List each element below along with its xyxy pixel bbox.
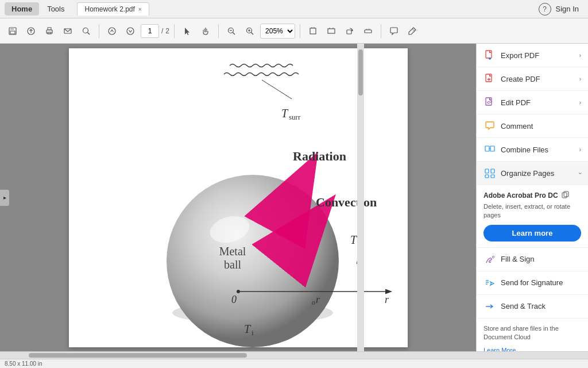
- tab-bar: Homework 2.pdf ×: [75, 2, 149, 16]
- export-pdf-icon: [483, 49, 496, 62]
- adobe-promo: Adobe Acrobat Pro DC Delete, insert, ext…: [477, 185, 588, 248]
- prev-page-button[interactable]: [104, 23, 120, 39]
- save-button[interactable]: [5, 23, 21, 39]
- tab-label: Homework 2.pdf: [84, 5, 134, 13]
- create-pdf-icon: [483, 72, 496, 85]
- organize-pages-item[interactable]: Organize Pages ›: [477, 162, 588, 185]
- measure-button[interactable]: [360, 23, 376, 39]
- left-panel-toggle[interactable]: ▸: [0, 190, 9, 206]
- help-button[interactable]: ?: [539, 3, 551, 16]
- rotate-icon: [345, 26, 354, 36]
- svg-text:Radiation: Radiation: [293, 149, 346, 163]
- page-total: 2: [165, 27, 169, 35]
- zoom-in-icon: [245, 26, 254, 36]
- comment-tool-button[interactable]: [386, 23, 402, 39]
- comment-label: Comment: [501, 122, 581, 131]
- fit-page-button[interactable]: [305, 23, 321, 39]
- svg-rect-1: [10, 28, 14, 30]
- svg-rect-67: [485, 175, 489, 178]
- promo-description: Delete, insert, extract, or rotate pages: [483, 202, 581, 220]
- svg-line-19: [252, 32, 254, 34]
- status-bar-container: 8.50 x 11.00 in: [0, 351, 588, 368]
- svg-rect-65: [485, 169, 489, 173]
- pen-icon: [408, 26, 417, 36]
- email-button[interactable]: [60, 23, 76, 39]
- edit-pdf-item[interactable]: Edit PDF ›: [477, 91, 588, 114]
- vertical-scrollbar[interactable]: [357, 44, 364, 351]
- up-arrow-icon: [107, 26, 117, 36]
- menu-tools[interactable]: Tools: [40, 2, 71, 16]
- zoom-in-button[interactable]: [242, 23, 258, 39]
- print-icon: [45, 26, 54, 36]
- print-button[interactable]: [41, 23, 57, 39]
- zoom-select[interactable]: 50%75%100%125%150%200%205%300%: [260, 24, 295, 39]
- search-icon: [82, 26, 91, 36]
- separator-3: [218, 24, 219, 38]
- footer-learn-more-link[interactable]: Learn More: [483, 347, 516, 351]
- pdf-tab[interactable]: Homework 2.pdf ×: [77, 2, 149, 16]
- main-area: ▸ T surr: [0, 44, 588, 351]
- send-for-signature-item[interactable]: Send for Signature: [477, 271, 588, 295]
- sign-in-button[interactable]: Sign In: [556, 5, 579, 13]
- svg-point-11: [127, 28, 134, 34]
- horizontal-scrollbar[interactable]: [0, 352, 588, 359]
- svg-text:ball: ball: [224, 258, 241, 271]
- export-pdf-item[interactable]: Export PDF ›: [477, 44, 588, 67]
- svg-text:i: i: [252, 328, 254, 337]
- toolbar: / 2 50%75%100%125%150%200%205%300%: [0, 18, 588, 44]
- svg-rect-59: [486, 51, 492, 58]
- email-icon: [63, 26, 72, 36]
- upload-icon: [26, 26, 36, 36]
- send-track-label: Send & Track: [501, 302, 581, 310]
- comment-icon: [389, 26, 399, 36]
- fill-sign-item[interactable]: Fill & Sign: [477, 248, 588, 271]
- combine-files-label: Combine Files: [501, 145, 575, 154]
- separator-5: [381, 24, 381, 38]
- menu-home[interactable]: Home: [5, 2, 39, 16]
- svg-point-38: [167, 175, 339, 347]
- question-icon: ?: [543, 5, 547, 13]
- svg-rect-66: [491, 169, 494, 173]
- send-track-item[interactable]: Send & Track: [477, 295, 588, 319]
- edit-pdf-label: Edit PDF: [501, 98, 575, 107]
- svg-rect-62: [485, 146, 489, 151]
- scroll-thumb: [358, 49, 363, 95]
- svg-marker-12: [185, 28, 189, 35]
- svg-text:Metal: Metal: [219, 245, 246, 258]
- export-pdf-chevron: ›: [579, 52, 581, 59]
- page-input[interactable]: [141, 24, 159, 38]
- next-page-button[interactable]: [122, 23, 138, 39]
- scrollbar-thumb-h: [29, 353, 247, 358]
- promo-title: Adobe Acrobat Pro DC: [483, 191, 558, 200]
- send-for-signature-label: Send for Signature: [501, 278, 581, 287]
- svg-text:T: T: [281, 107, 289, 120]
- fit-page-icon: [308, 26, 318, 36]
- fit-width-button[interactable]: [323, 23, 339, 39]
- pen-button[interactable]: [404, 23, 420, 39]
- organize-pages-chevron: ›: [577, 172, 583, 174]
- svg-rect-28: [365, 30, 372, 33]
- search-button[interactable]: [78, 23, 94, 39]
- comment-item[interactable]: Comment: [477, 114, 588, 138]
- pan-tool-button[interactable]: [198, 23, 214, 39]
- edit-pdf-icon: [483, 96, 496, 109]
- select-tool-button[interactable]: [179, 23, 195, 39]
- svg-rect-2: [10, 31, 15, 34]
- zoom-out-button[interactable]: [223, 23, 239, 39]
- comment-panel-icon: [483, 120, 496, 132]
- svg-rect-20: [310, 28, 316, 34]
- svg-point-10: [109, 28, 115, 34]
- svg-line-15: [233, 32, 235, 34]
- copy-icon[interactable]: [562, 191, 569, 200]
- create-pdf-item[interactable]: Create PDF ›: [477, 67, 588, 91]
- svg-text:0: 0: [231, 294, 237, 305]
- learn-more-button[interactable]: Learn more: [483, 225, 581, 241]
- rotate-button[interactable]: [342, 23, 358, 39]
- combine-files-item[interactable]: Combine Files ›: [477, 138, 588, 162]
- separator-4: [300, 24, 300, 38]
- page-nav: / 2: [141, 24, 169, 38]
- tab-close[interactable]: ×: [138, 6, 142, 13]
- pdf-page: T surr: [69, 48, 408, 347]
- svg-rect-27: [347, 30, 351, 34]
- upload-button[interactable]: [23, 23, 39, 39]
